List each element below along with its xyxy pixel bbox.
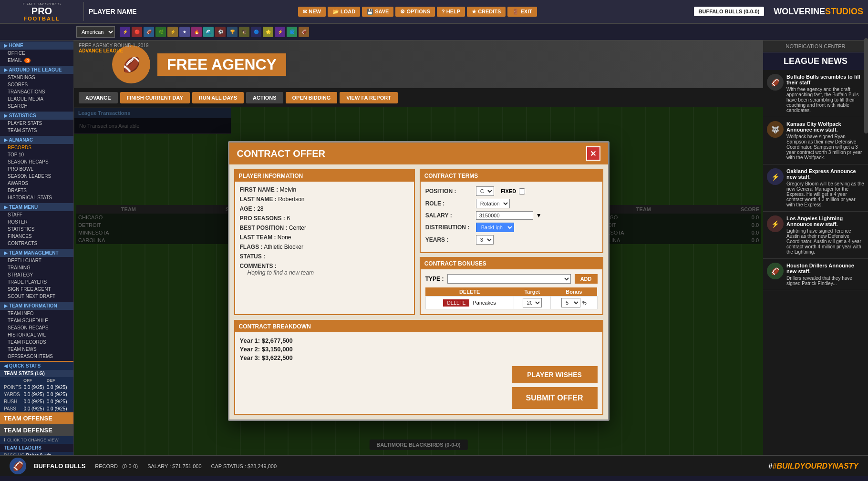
- team-icon-13[interactable]: 🌟: [263, 27, 273, 37]
- sidebar-item-strategy[interactable]: STRATEGY: [0, 271, 73, 278]
- team-icon-10[interactable]: 🏆: [227, 27, 238, 37]
- sidebar-item-season-recaps[interactable]: SEASON RECAPS: [0, 158, 73, 165]
- player-name-header: PLAYER NAME: [89, 8, 137, 15]
- sidebar-item-historical-wl[interactable]: HISTORICAL W/L: [0, 331, 73, 338]
- credits-button[interactable]: ★ CREDITS: [467, 7, 506, 17]
- bottom-bar: 🏈 BUFFALO BULLS RECORD : (0-0-0) SALARY …: [0, 455, 868, 476]
- sidebar-item-search[interactable]: SEARCH: [0, 102, 73, 110]
- team-icon-4[interactable]: 🌿: [155, 27, 166, 37]
- team-icon-8[interactable]: 🌊: [203, 27, 214, 37]
- sidebar-item-pro-bowl[interactable]: PRO BOWL: [0, 165, 73, 173]
- team-icon-14[interactable]: ⚡: [275, 27, 285, 37]
- contract-terms-title: CONTRACT TERMS: [421, 170, 602, 182]
- news-item-2: 🐺 Kansas City Wolfpack Announce new staf…: [763, 117, 868, 164]
- fa-round-info: FREE AGENCY ROUND 1, 2019 ADVANCE LEAGUE: [79, 43, 149, 53]
- first-name-row: FIRST NAME : Melvin: [240, 186, 409, 193]
- sidebar-item-depth-chart[interactable]: DEPTH CHART: [0, 257, 73, 264]
- sidebar-item-scores[interactable]: SCORES: [0, 81, 73, 88]
- actions-button[interactable]: ACTIONS: [246, 92, 283, 103]
- second-toolbar: American National ⚡ 🔴 🏈 🌿 ⚡ ★ 🔥 🌊 ⚽ 🏆 🦅 …: [0, 24, 868, 41]
- load-button[interactable]: 📂 LOAD: [328, 7, 360, 17]
- distribution-select[interactable]: BackLight: [476, 223, 514, 232]
- sidebar-item-trade-players[interactable]: TRADE PLAYERS: [0, 278, 73, 286]
- open-bidding-button[interactable]: OPEN BIDDING: [286, 92, 338, 103]
- team-icon-2[interactable]: 🔴: [132, 27, 142, 37]
- run-all-days-button[interactable]: RUN ALL DAYS: [192, 92, 244, 103]
- submit-offer-button[interactable]: SUBMIT OFFER: [512, 387, 598, 409]
- last-name-row: LAST NAME : Robertson: [240, 196, 409, 203]
- years-select[interactable]: 3 1 2 4: [476, 235, 494, 245]
- delete-bonus-button[interactable]: DELETE: [443, 299, 469, 307]
- role-select[interactable]: Rotation: [476, 199, 510, 208]
- sidebar-item-season-leaders[interactable]: SEASON LEADERS: [0, 173, 73, 180]
- sidebar-item-player-stats[interactable]: PLAYER STATS: [0, 120, 73, 127]
- salary-input[interactable]: [476, 211, 533, 220]
- team-icon-5[interactable]: ⚡: [167, 27, 178, 37]
- news-icon-1: 🏈: [767, 74, 784, 91]
- sidebar-header-statistics[interactable]: ▶ STATISTICS: [0, 112, 73, 120]
- sidebar-item-team-stats[interactable]: TEAM STATS: [0, 127, 73, 134]
- team-icon-1[interactable]: ⚡: [120, 27, 130, 37]
- exit-button[interactable]: 🚪 EXIT: [507, 7, 537, 17]
- sidebar-item-awards[interactable]: AWARDS: [0, 180, 73, 187]
- contract-bonuses-section: CONTRACT BONUSES TYPE : ADD: [420, 257, 603, 315]
- bonus-value-select[interactable]: 5: [561, 298, 580, 307]
- modal-close-button[interactable]: ✕: [586, 146, 600, 161]
- sidebar-item-sign-free-agent[interactable]: SIGN FREE AGENT: [0, 286, 73, 293]
- bonus-type-select[interactable]: [447, 274, 570, 284]
- sidebar-item-finances[interactable]: FINANCES: [0, 233, 73, 240]
- new-button[interactable]: ✉ NEW: [298, 7, 326, 17]
- sidebar-header-almanac[interactable]: ▶ ALMANAC: [0, 136, 73, 144]
- player-wishes-button[interactable]: PLAYER WISHES: [512, 366, 598, 383]
- team-icon-15[interactable]: 🌀: [287, 27, 297, 37]
- conference-dropdown[interactable]: American National: [76, 26, 115, 38]
- sidebar-item-training[interactable]: TRAINING: [0, 264, 73, 271]
- salary-dropdown-arrow[interactable]: ▼: [536, 212, 542, 219]
- sidebar-item-season-recaps2[interactable]: SEASON RECAPS: [0, 324, 73, 331]
- sidebar-item-transactions[interactable]: TRANSACTIONS: [0, 88, 73, 95]
- sidebar-item-staff[interactable]: STAFF: [0, 211, 73, 218]
- add-bonus-button[interactable]: ADD: [575, 274, 598, 284]
- help-button[interactable]: ? HELP: [437, 7, 465, 17]
- sidebar-item-office[interactable]: OFFICE: [0, 50, 73, 57]
- sidebar-item-statistics[interactable]: STATISTICS: [0, 225, 73, 233]
- sidebar-item-drafts[interactable]: DRAFTS: [0, 187, 73, 194]
- advance-button[interactable]: ADVANCE: [79, 92, 118, 103]
- sidebar-header-home[interactable]: ▶ HOME: [0, 41, 73, 50]
- sidebar-item-email[interactable]: EMAIL 0: [0, 57, 73, 64]
- team-icon-3[interactable]: 🏈: [144, 27, 154, 37]
- sidebar-item-offseason-items[interactable]: OFFSEASON ITEMS: [0, 353, 73, 360]
- sidebar-item-scout-next-draft[interactable]: SCOUT NEXT DRAFT: [0, 293, 73, 300]
- sidebar-header-around-league[interactable]: ▶ AROUND THE LEAGUE: [0, 66, 73, 74]
- sidebar-item-team-news[interactable]: TEAM NEWS: [0, 346, 73, 353]
- click-to-change-view[interactable]: ℹ CLICK TO CHANGE VIEW: [0, 436, 73, 444]
- sidebar-item-contracts[interactable]: CONTRACTS: [0, 240, 73, 247]
- save-button[interactable]: 💾 SAVE: [362, 7, 393, 17]
- bonus-target-select[interactable]: 20: [523, 298, 542, 307]
- sidebar-item-historical-stats[interactable]: HISTORICAL STATS: [0, 194, 73, 201]
- sidebar-item-top10[interactable]: TOP 10: [0, 151, 73, 158]
- sidebar-item-records[interactable]: RECORDS: [0, 144, 73, 151]
- sidebar-item-roster[interactable]: ROSTER: [0, 218, 73, 225]
- options-button[interactable]: ⚙ OPTIONS: [395, 7, 435, 17]
- sidebar-item-team-schedule[interactable]: TEAM SCHEDULE: [0, 317, 73, 324]
- sidebar-header-team-information[interactable]: ▶ TEAM INFORMATION: [0, 302, 73, 310]
- sidebar-header-team-management[interactable]: ▶ TEAM MANAGEMENT: [0, 249, 73, 257]
- sidebar-item-league-media[interactable]: LEAGUE MEDIA: [0, 95, 73, 102]
- sidebar-item-team-records[interactable]: TEAM RECORDS: [0, 338, 73, 346]
- sidebar-item-team-info[interactable]: TEAM INFO: [0, 310, 73, 317]
- finish-current-day-button[interactable]: FINISH CURRENT DAY: [120, 92, 190, 103]
- team-icon-11[interactable]: 🦅: [239, 27, 249, 37]
- view-fa-report-button[interactable]: VIEW FA REPORT: [340, 92, 398, 103]
- fixed-checkbox[interactable]: [519, 188, 525, 194]
- team-icon-6[interactable]: ★: [179, 27, 190, 37]
- bottom-salary: SALARY : $71,751,000: [147, 463, 201, 469]
- team-icon-7[interactable]: 🔥: [191, 27, 202, 37]
- position-select[interactable]: C: [476, 186, 494, 196]
- sidebar-header-team-menu[interactable]: ▶ TEAM MENU: [0, 203, 73, 211]
- team-icon-12[interactable]: 🔵: [251, 27, 261, 37]
- team-icon-9[interactable]: ⚽: [215, 27, 226, 37]
- scrollbar-thumb[interactable]: [864, 70, 868, 133]
- sidebar-item-standings[interactable]: STANDINGS: [0, 74, 73, 81]
- team-icon-16[interactable]: 🏈: [299, 27, 309, 37]
